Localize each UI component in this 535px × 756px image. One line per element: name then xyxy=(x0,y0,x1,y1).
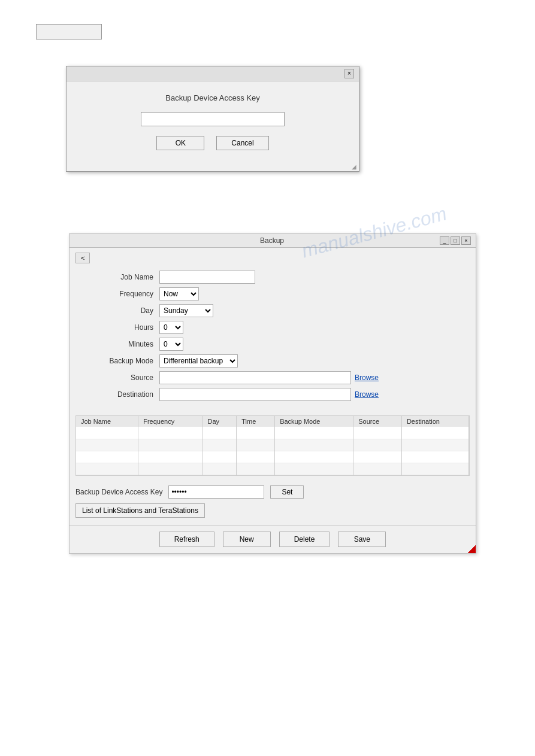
hours-label: Hours xyxy=(81,323,159,332)
destination-label: Destination xyxy=(81,390,159,399)
dialog-close-button[interactable]: × xyxy=(344,69,354,78)
set-button[interactable]: Set xyxy=(270,485,304,499)
destination-input-group: Browse xyxy=(159,388,379,401)
save-button[interactable]: Save xyxy=(338,532,386,547)
access-key-row: Backup Device Access Key Set xyxy=(69,481,476,501)
job-name-row: Job Name xyxy=(81,271,464,284)
access-key-section-label: Backup Device Access Key xyxy=(75,488,162,496)
backup-mode-row: Backup Mode Differential backup Full bac… xyxy=(81,354,464,368)
source-row: Source Browse xyxy=(81,371,464,384)
close-button[interactable]: × xyxy=(461,236,471,245)
destination-row: Destination Browse xyxy=(81,388,464,401)
bottom-buttons: Refresh New Delete Save xyxy=(69,525,476,553)
dialog-ok-button[interactable]: OK xyxy=(156,136,204,150)
dialog-body: Backup Device Access Key OK Cancel xyxy=(67,81,359,162)
source-input-group: Browse xyxy=(159,371,379,384)
frequency-row: Frequency Now Daily Weekly xyxy=(81,287,464,300)
job-name-label: Job Name xyxy=(81,273,159,281)
day-row: Day Sunday Monday Tuesday Wednesday Thur… xyxy=(81,304,464,317)
window-title: Backup xyxy=(104,236,440,245)
day-label: Day xyxy=(81,306,159,315)
col-job-name: Job Name xyxy=(76,416,138,427)
linkstations-button[interactable]: List of LinkStations and TeraStations xyxy=(75,503,205,518)
window-titlebar: Backup _ □ × xyxy=(69,234,476,248)
col-source: Source xyxy=(353,416,402,427)
window-resize-corner[interactable] xyxy=(467,545,476,553)
refresh-button[interactable]: Refresh xyxy=(159,532,214,547)
minutes-select[interactable]: 051015 20253035 40455055 xyxy=(159,338,183,351)
table-row[interactable] xyxy=(76,427,469,439)
dialog-resize-handle: ◢ xyxy=(67,162,359,171)
col-time: Time xyxy=(237,416,275,427)
col-frequency: Frequency xyxy=(138,416,202,427)
backup-window: Backup _ □ × < Job Name Frequency Now Da… xyxy=(69,233,476,554)
col-day: Day xyxy=(202,416,237,427)
source-browse-link[interactable]: Browse xyxy=(355,374,379,382)
frequency-select[interactable]: Now Daily Weekly xyxy=(159,287,199,300)
linkstations-row: List of LinkStations and TeraStations xyxy=(69,501,476,523)
job-name-input[interactable] xyxy=(159,271,255,284)
col-destination: Destination xyxy=(401,416,468,427)
dialog-cancel-button[interactable]: Cancel xyxy=(216,136,268,150)
backup-table: Job Name Frequency Day Time Backup Mode … xyxy=(76,416,469,475)
access-key-field[interactable] xyxy=(168,485,264,499)
backup-mode-label: Backup Mode xyxy=(81,357,159,365)
table-row[interactable] xyxy=(76,463,469,475)
hours-row: Hours 0123 4567 891011 12131415 16171819… xyxy=(81,321,464,334)
dialog-buttons: OK Cancel xyxy=(156,136,268,150)
table-row[interactable] xyxy=(76,439,469,451)
top-button[interactable] xyxy=(36,24,102,40)
back-btn-area: < xyxy=(69,248,476,268)
window-controls: _ □ × xyxy=(440,236,471,245)
destination-input[interactable] xyxy=(159,388,351,401)
day-select[interactable]: Sunday Monday Tuesday Wednesday Thursday… xyxy=(159,304,213,317)
new-button[interactable]: New xyxy=(223,532,271,547)
table-row[interactable] xyxy=(76,451,469,463)
minimize-button[interactable]: _ xyxy=(440,236,449,245)
back-button[interactable]: < xyxy=(75,253,90,263)
destination-browse-link[interactable]: Browse xyxy=(355,390,379,399)
frequency-label: Frequency xyxy=(81,290,159,298)
resize-icon: ◢ xyxy=(352,163,356,170)
source-label: Source xyxy=(81,374,159,382)
backup-mode-select[interactable]: Differential backup Full backup Incremen… xyxy=(159,354,238,368)
backup-form: Job Name Frequency Now Daily Weekly Day … xyxy=(69,268,476,411)
dialog-title: Backup Device Access Key xyxy=(165,93,260,102)
backup-table-container: Job Name Frequency Day Time Backup Mode … xyxy=(75,415,470,476)
source-input[interactable] xyxy=(159,371,351,384)
hours-select[interactable]: 0123 4567 891011 12131415 16171819 20212… xyxy=(159,321,183,334)
restore-button[interactable]: □ xyxy=(451,236,460,245)
minutes-label: Minutes xyxy=(81,340,159,348)
access-key-dialog-input[interactable] xyxy=(141,112,285,126)
table-header-row: Job Name Frequency Day Time Backup Mode … xyxy=(76,416,469,427)
delete-button[interactable]: Delete xyxy=(279,532,330,547)
minutes-row: Minutes 051015 20253035 40455055 xyxy=(81,338,464,351)
col-backup-mode: Backup Mode xyxy=(275,416,353,427)
dialog-titlebar: × xyxy=(67,66,359,81)
access-key-dialog: × Backup Device Access Key OK Cancel ◢ xyxy=(66,66,359,172)
